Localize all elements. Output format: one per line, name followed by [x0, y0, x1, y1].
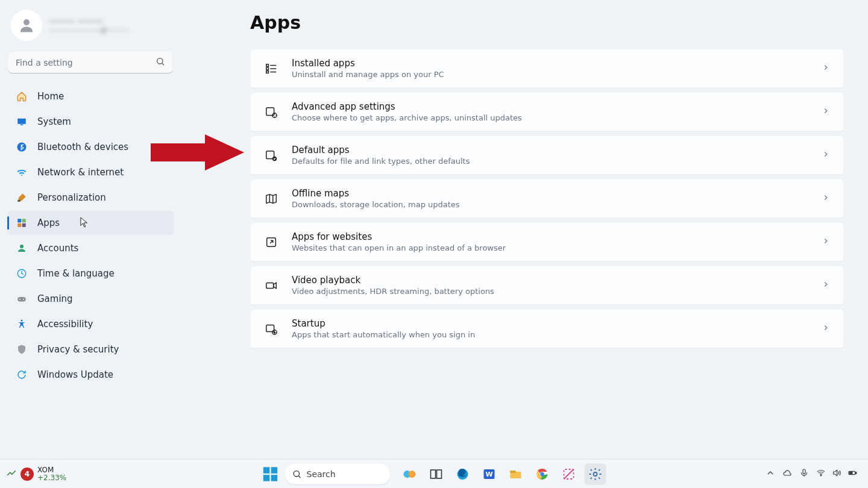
- card-default-apps[interactable]: Default apps Defaults for file and link …: [250, 136, 844, 175]
- card-title: Advanced app settings: [292, 101, 808, 112]
- card-offline-maps[interactable]: Offline maps Downloads, storage location…: [250, 179, 844, 218]
- avatar: [11, 10, 42, 41]
- sidebar-item-label: Time & language: [37, 268, 115, 279]
- card-desc: Video adjustments, HDR streaming, batter…: [292, 287, 808, 296]
- sidebar-item-label: Home: [37, 91, 64, 102]
- taskbar-app-word[interactable]: W: [479, 463, 500, 485]
- svg-point-50: [594, 472, 597, 476]
- home-icon: [16, 90, 28, 102]
- svg-point-11: [20, 245, 24, 248]
- sidebar-item-label: System: [37, 116, 71, 127]
- paintbrush-icon: [16, 192, 28, 204]
- sidebar-item-windows-update[interactable]: Windows Update: [7, 363, 174, 387]
- sidebar-item-label: Network & internet: [37, 167, 124, 178]
- card-advanced-app-settings[interactable]: Advanced app settings Choose where to ge…: [250, 92, 844, 131]
- map-icon: [264, 192, 278, 206]
- content-area: Apps Installed apps Uninstall and manage…: [181, 0, 868, 459]
- sidebar-item-label: Gaming: [37, 293, 73, 304]
- svg-point-5: [17, 143, 27, 152]
- start-button[interactable]: [262, 466, 279, 483]
- svg-rect-9: [17, 224, 21, 227]
- startup-icon: [264, 322, 278, 336]
- stock-trend-icon: [6, 468, 17, 481]
- external-link-icon: [264, 235, 278, 249]
- settings-cards: Installed apps Uninstall and manage apps…: [250, 49, 844, 348]
- sidebar-item-bluetooth-devices[interactable]: Bluetooth & devices: [7, 135, 174, 159]
- chevron-right-icon: [822, 149, 830, 161]
- svg-point-47: [540, 472, 544, 475]
- default-apps-icon: [264, 148, 278, 163]
- sidebar-item-privacy-security[interactable]: Privacy & security: [7, 337, 174, 361]
- cloud-icon[interactable]: [782, 468, 792, 480]
- svg-rect-20: [266, 70, 269, 73]
- sidebar-item-home[interactable]: Home: [7, 84, 174, 108]
- svg-rect-45: [511, 471, 516, 473]
- taskbar-app-explorer[interactable]: [505, 463, 527, 485]
- taskbar-widgets[interactable]: 4 XOM +2.33%: [0, 466, 66, 481]
- taskbar-app-taskview[interactable]: [426, 463, 447, 485]
- page-title: Apps: [250, 12, 844, 33]
- sidebar-item-label: Accounts: [37, 243, 78, 254]
- taskbar-app-copilot[interactable]: [399, 463, 421, 485]
- taskbar-app-snipping[interactable]: [558, 463, 580, 485]
- sidebar-item-label: Personalization: [37, 192, 106, 203]
- chevron-up-icon[interactable]: [766, 468, 775, 480]
- taskbar-app-chrome[interactable]: [532, 463, 553, 485]
- sidebar-item-apps[interactable]: Apps: [7, 211, 174, 235]
- sidebar-item-accounts[interactable]: Accounts: [7, 236, 174, 260]
- wifi-icon[interactable]: [816, 468, 826, 480]
- svg-point-15: [23, 299, 24, 300]
- settings-sidebar: ——— ——— ———————@——— Home: [0, 0, 181, 459]
- svg-text:W: W: [485, 471, 492, 478]
- list-icon: [264, 61, 278, 76]
- chevron-right-icon: [822, 63, 830, 74]
- svg-rect-51: [803, 469, 805, 474]
- sidebar-item-time-language[interactable]: Time & language: [7, 261, 174, 286]
- system-tray[interactable]: [766, 468, 868, 480]
- svg-rect-3: [17, 119, 26, 124]
- settings-search[interactable]: [8, 52, 172, 74]
- chevron-right-icon: [822, 323, 830, 334]
- sidebar-item-personalization[interactable]: Personalization: [7, 186, 174, 210]
- microphone-icon[interactable]: [799, 468, 809, 480]
- card-desc: Apps that start automatically when you s…: [292, 330, 808, 339]
- svg-rect-41: [437, 470, 442, 478]
- sidebar-item-system[interactable]: System: [7, 110, 174, 134]
- sidebar-item-gaming[interactable]: Gaming: [7, 287, 174, 311]
- card-installed-apps[interactable]: Installed apps Uninstall and manage apps…: [250, 49, 844, 88]
- svg-point-16: [21, 320, 23, 322]
- taskbar-app-edge[interactable]: [452, 463, 474, 485]
- svg-rect-6: [17, 200, 20, 202]
- svg-rect-54: [855, 472, 856, 474]
- video-icon: [264, 278, 278, 293]
- stock-change: +2.33%: [37, 474, 66, 482]
- chevron-right-icon: [822, 280, 830, 291]
- card-apps-for-websites[interactable]: Apps for websites Websites that can open…: [250, 222, 844, 261]
- svg-point-0: [24, 19, 30, 25]
- svg-rect-8: [22, 219, 26, 222]
- sidebar-item-network-internet[interactable]: Network & internet: [7, 160, 174, 184]
- account-header[interactable]: ——— ——— ———————@———: [7, 5, 174, 52]
- stock-badge: 4: [20, 468, 34, 481]
- search-input[interactable]: [8, 52, 172, 74]
- chevron-right-icon: [822, 193, 830, 204]
- update-icon: [16, 369, 28, 381]
- card-title: Apps for websites: [292, 231, 808, 242]
- svg-line-49: [564, 469, 574, 479]
- sidebar-item-label: Bluetooth & devices: [37, 142, 128, 152]
- sidebar-item-label: Apps: [37, 217, 60, 228]
- card-desc: Uninstall and manage apps on your PC: [292, 70, 808, 79]
- battery-icon[interactable]: [848, 468, 857, 480]
- sidebar-item-accessibility[interactable]: Accessibility: [7, 312, 174, 336]
- taskbar-app-settings[interactable]: [585, 463, 606, 485]
- card-startup[interactable]: Startup Apps that start automatically wh…: [250, 309, 844, 348]
- search-icon: [292, 469, 302, 479]
- search-icon: [156, 57, 165, 69]
- volume-icon[interactable]: [832, 468, 841, 480]
- taskbar-search[interactable]: Search: [285, 464, 391, 484]
- account-name-blurred: ——— ——— ———————@———: [49, 16, 129, 34]
- svg-rect-4: [20, 125, 24, 126]
- card-video-playback[interactable]: Video playback Video adjustments, HDR st…: [250, 266, 844, 305]
- sidebar-nav: Home System Bluetooth & devices: [7, 84, 174, 387]
- app-gear-icon: [264, 105, 278, 119]
